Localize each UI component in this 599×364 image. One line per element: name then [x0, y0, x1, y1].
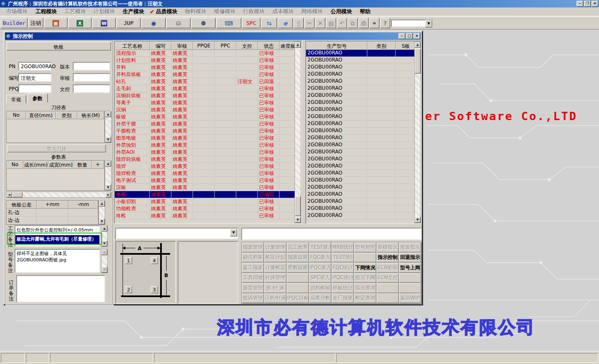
- doc-control-field[interactable]: [73, 84, 110, 93]
- hscroll-thumb[interactable]: [12, 192, 22, 197]
- process-row[interactable]: 沉银姚素英姚素英已审核: [115, 184, 301, 191]
- model-row[interactable]: 2GOBU00RAO: [306, 99, 421, 106]
- model-row[interactable]: 2GOBU00RAO: [306, 205, 421, 212]
- corner-button-4[interactable]: 4: [151, 257, 158, 264]
- process-row[interactable]: 板镀姚素英姚素英已审核: [115, 113, 301, 121]
- grid-button[interactable]: 拆 针 床: [264, 283, 287, 293]
- browser-icon[interactable]: e: [278, 18, 293, 28]
- column-header[interactable]: +mm: [37, 201, 68, 209]
- inner-maximize-button[interactable]: □: [406, 33, 413, 39]
- chevron-down-icon[interactable]: ▼: [425, 20, 432, 27]
- grid-button[interactable]: 投诉管理: [242, 293, 264, 304]
- note-text-box[interactable]: [241, 228, 422, 240]
- tolerance-table-body[interactable]: 孔-边边-边: [7, 209, 98, 224]
- grid-button[interactable]: 计量检定: [264, 263, 287, 273]
- sync-icon[interactable]: ⇆: [261, 18, 277, 28]
- scroll-down-icon[interactable]: ▼: [105, 137, 111, 143]
- grid-button[interactable]: 返工报废: [242, 263, 264, 273]
- grid-button[interactable]: 型号上网: [399, 263, 421, 273]
- report-icon[interactable]: ▦: [44, 18, 67, 28]
- tab-general[interactable]: 常规: [6, 95, 26, 103]
- column-header[interactable]: 审核: [171, 42, 193, 50]
- model-table-scrollbar[interactable]: ▲ ▼: [414, 42, 421, 223]
- process-row[interactable]: 等离子姚素英姚素英已审核: [115, 99, 301, 106]
- process-remark-box[interactable]: 红色部分外形公差控制到+/-0.05mm板边允许露铜,允许有毛刺（尽量修理）: [15, 225, 100, 247]
- corner-button-1[interactable]: 1: [125, 257, 132, 264]
- remark-line[interactable]: 红色部分外形公差控制到+/-0.05mm: [15, 226, 99, 235]
- process-row[interactable]: 流程指示姚素英姚素英已审核: [115, 50, 301, 57]
- grid-button[interactable]: 型号对照: [354, 242, 376, 253]
- column-header[interactable]: 难度板: [280, 42, 296, 50]
- grid-button[interactable]: 报废管理: [242, 242, 264, 253]
- pn-field[interactable]: 2GOBU00RAO: [18, 62, 52, 71]
- grid-button[interactable]: 工具回收: [242, 273, 264, 283]
- model-row[interactable]: 2GOBU00RAO: [306, 106, 421, 113]
- model-row[interactable]: 2GOBU00RAO: [306, 212, 421, 219]
- grid-button[interactable]: 下网情况: [354, 263, 376, 273]
- grid-button[interactable]: 指示查询: [354, 283, 376, 293]
- process-remark-scrollbar[interactable]: ▲ ▼: [101, 225, 108, 247]
- writer-field[interactable]: 汪朝文: [18, 73, 52, 82]
- grid-button[interactable]: 原料检验: [309, 283, 332, 293]
- menu-maintenance[interactable]: 维修模块: [210, 7, 240, 16]
- tolerance-row[interactable]: 边-边: [7, 216, 98, 224]
- model-row[interactable]: 2GOBU00RAO: [306, 184, 421, 191]
- process-row[interactable]: 外层AOI姚素英姚素英已审核: [115, 149, 301, 156]
- grid-button[interactable]: 回退指示: [399, 253, 421, 263]
- model-row[interactable]: 2GOBU00RAO: [306, 163, 421, 170]
- process-row[interactable]: 阻焊检查姚素英姚素英已审核: [115, 170, 301, 177]
- process-row[interactable]: 电子测试姚素英姚素英已审核: [115, 177, 301, 184]
- menu-production[interactable]: 生产模块: [119, 7, 148, 16]
- menu-public[interactable]: 公用模块: [327, 7, 356, 16]
- grid-button[interactable]: IPQC统计: [332, 273, 354, 283]
- column-header[interactable]: 铣板公差: [7, 201, 37, 209]
- grid-button[interactable]: IPQC录入: [309, 263, 332, 273]
- model-row[interactable]: 2GOBU00RAO: [306, 177, 421, 184]
- eye-icon[interactable]: ◉: [141, 18, 166, 28]
- column-header[interactable]: 文控: [236, 42, 258, 50]
- scroll-up-icon[interactable]: ▲: [415, 42, 421, 48]
- cut-icon[interactable]: ✂: [304, 18, 314, 28]
- model-remark-scrollbar[interactable]: ▲ ▼: [101, 249, 108, 273]
- close-button[interactable]: ×: [592, 1, 598, 7]
- scroll-down-icon[interactable]: ▼: [99, 219, 105, 224]
- grid-button[interactable]: 针床管理: [264, 273, 287, 283]
- column-header[interactable]: No: [7, 111, 26, 119]
- word-icon[interactable]: W: [92, 18, 116, 28]
- model-row[interactable]: 2GOBU00RAO: [306, 113, 421, 121]
- process-row[interactable]: 图形电镀姚素英姚素英已审核: [115, 135, 301, 142]
- model-row[interactable]: 2GOBU00RAO: [306, 128, 421, 135]
- column-header[interactable]: -mm: [68, 201, 98, 209]
- process-row[interactable]: 外层蚀刻姚素英姚素英已审核: [115, 142, 301, 149]
- process-row[interactable]: 铣板姚素英已编写: [115, 191, 301, 198]
- process-row[interactable]: 沉铜姚素英姚素英已审核: [115, 106, 301, 113]
- tolerance-scrollbar[interactable]: ▲ ▼: [99, 200, 105, 225]
- grid-button[interactable]: 发送指示: [399, 242, 421, 253]
- scroll-up-icon[interactable]: ▲: [105, 161, 111, 167]
- menu-material[interactable]: 物料模块: [181, 7, 210, 16]
- grid-button[interactable]: FQC统计: [332, 263, 354, 273]
- delete-icon[interactable]: ✕: [315, 18, 325, 28]
- version-field[interactable]: [73, 62, 110, 71]
- preview-icon[interactable]: ⧉: [348, 18, 358, 28]
- grid-button[interactable]: 缺点档案: [242, 253, 264, 263]
- model-row[interactable]: 2GOBU00RAO: [306, 71, 421, 78]
- process-row[interactable]: 阻焊姚素英姚素英已审核: [115, 163, 301, 170]
- menu-cost[interactable]: 成本模块: [269, 7, 298, 16]
- grid-button[interactable]: 返回WIP: [399, 293, 421, 304]
- model-row[interactable]: 2GOBU00RAO: [306, 64, 421, 71]
- process-row[interactable]: 沉铜前烘板姚素英姚素英已审核: [115, 92, 301, 99]
- scroll-up-icon[interactable]: ▲: [101, 249, 107, 255]
- menu-admin[interactable]: 行政模块: [240, 7, 269, 16]
- param-table-scrollbar[interactable]: ▲ ▼: [105, 160, 111, 191]
- model-row[interactable]: 2GOBU00RAO: [306, 149, 421, 156]
- ppqe-field[interactable]: [18, 84, 52, 93]
- process-table-scrollbar[interactable]: ▲ ▼: [295, 42, 301, 223]
- grid-button[interactable]: 样板统计: [332, 283, 354, 293]
- menu-engineering[interactable]: 工程模块: [32, 7, 61, 16]
- scroll-down-icon[interactable]: ▼: [105, 184, 111, 190]
- spc-button[interactable]: SPC: [242, 18, 260, 28]
- scroll-left-icon[interactable]: ◄: [7, 192, 12, 197]
- grid-button[interactable]: 审核指示: [376, 242, 399, 253]
- user-device-icon[interactable]: ⚉: [191, 18, 215, 28]
